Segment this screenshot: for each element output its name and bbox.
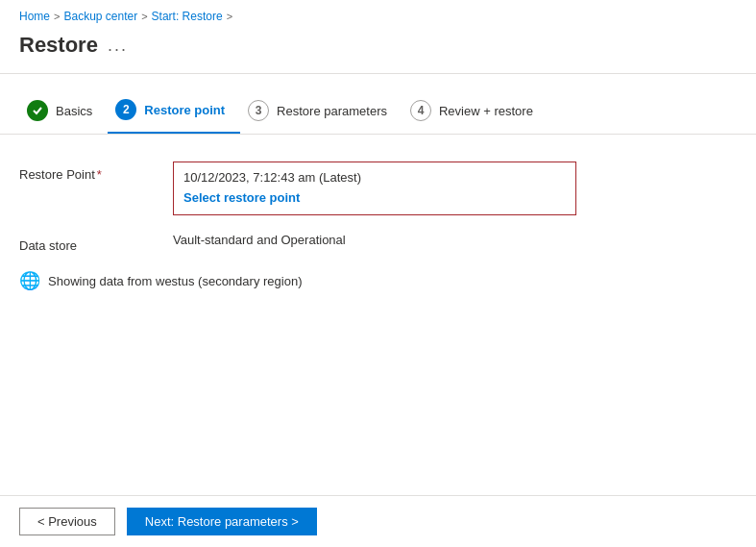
breadcrumb-backup-center[interactable]: Backup center: [63, 10, 137, 23]
step-params-label: Restore parameters: [277, 104, 387, 118]
step-basics-label: Basics: [56, 104, 92, 118]
data-store-text: Vault-standard and Operational: [173, 227, 346, 247]
region-info-row: 🌐 Showing data from westus (secondary re…: [19, 270, 737, 291]
wizard-steps: Basics 2 Restore point 3 Restore paramet…: [0, 74, 756, 135]
step-params-circle: 3: [248, 100, 269, 121]
previous-button[interactable]: < Previous: [19, 508, 115, 535]
data-store-label: Data store: [19, 233, 173, 253]
step-review-restore[interactable]: 4 Review + restore: [402, 90, 549, 133]
restore-point-date: 10/12/2023, 7:12:43 am (Latest): [183, 170, 566, 185]
page-header: Restore ...: [0, 29, 756, 73]
step-basics[interactable]: Basics: [19, 90, 108, 133]
globe-icon: 🌐: [19, 270, 40, 291]
content-area: Restore Point* 10/12/2023, 7:12:43 am (L…: [0, 135, 756, 311]
restore-point-value: 10/12/2023, 7:12:43 am (Latest) Select r…: [173, 162, 737, 215]
restore-point-row: Restore Point* 10/12/2023, 7:12:43 am (L…: [19, 162, 737, 215]
breadcrumb: Home > Backup center > Start: Restore >: [0, 0, 756, 29]
page-title: Restore: [19, 33, 98, 58]
data-store-value: Vault-standard and Operational: [173, 233, 737, 247]
data-store-row: Data store Vault-standard and Operationa…: [19, 233, 737, 253]
breadcrumb-home[interactable]: Home: [19, 10, 50, 23]
step-review-circle: 4: [410, 100, 431, 121]
step-restore-point[interactable]: 2 Restore point: [108, 89, 240, 134]
restore-point-box: 10/12/2023, 7:12:43 am (Latest) Select r…: [173, 162, 576, 215]
region-info-text: Showing data from westus (secondary regi…: [48, 274, 302, 288]
footer-bar: < Previous Next: Restore parameters >: [0, 495, 756, 547]
restore-point-label: Restore Point*: [19, 162, 173, 182]
breadcrumb-start-restore[interactable]: Start: Restore: [152, 10, 223, 23]
next-button[interactable]: Next: Restore parameters >: [127, 508, 317, 535]
check-icon: [32, 105, 43, 116]
breadcrumb-sep-1: >: [54, 11, 60, 22]
required-star: *: [97, 167, 102, 182]
ellipsis-icon[interactable]: ...: [108, 36, 128, 56]
step-review-label: Review + restore: [439, 104, 533, 118]
step-restore-params[interactable]: 3 Restore parameters: [240, 90, 402, 133]
breadcrumb-sep-2: >: [141, 11, 147, 22]
step-restore-label: Restore point: [144, 103, 225, 117]
step-basics-circle: [27, 100, 48, 121]
select-restore-point-link[interactable]: Select restore point: [183, 190, 300, 205]
breadcrumb-sep-3: >: [227, 11, 232, 22]
step-restore-circle: 2: [115, 99, 136, 120]
